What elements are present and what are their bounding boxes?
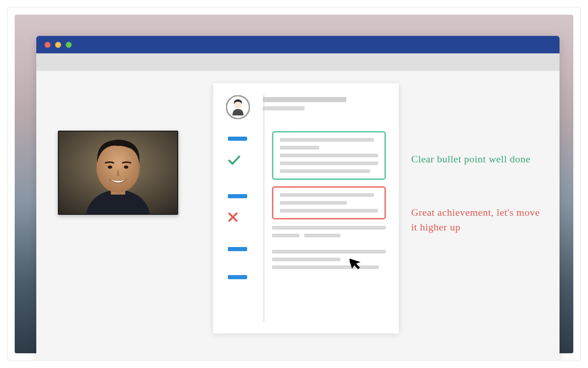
placeholder-line [280, 209, 378, 213]
placeholder-line [272, 265, 379, 269]
placeholder-line [280, 161, 378, 165]
close-window-button[interactable] [45, 42, 51, 48]
annotation-positive: Clear bullet point well done [411, 152, 531, 167]
placeholder-line [280, 201, 347, 205]
outer-frame: Clear bullet point well done Great achie… [7, 7, 581, 361]
browser-window: Clear bullet point well done Great achie… [36, 36, 560, 360]
resume-header [226, 95, 386, 119]
window-title-bar [36, 36, 560, 53]
svg-point-4 [124, 166, 129, 169]
placeholder-line [263, 106, 305, 110]
section-label [228, 137, 247, 141]
placeholder-line [272, 250, 386, 253]
annotation-suggestion: Great achievement, let's move it higher … [411, 205, 540, 235]
reviewer-video-thumbnail [58, 131, 178, 215]
minimize-window-button[interactable] [55, 42, 61, 48]
check-icon [228, 155, 255, 166]
resume-right-column [272, 131, 386, 277]
resume-paragraph [272, 226, 386, 242]
resume-document [213, 83, 399, 334]
resume-name-block [263, 95, 386, 119]
column-divider [264, 95, 264, 322]
placeholder-line [304, 234, 340, 237]
highlighted-positive-block [272, 131, 386, 180]
section-label [228, 275, 247, 279]
maximize-window-button[interactable] [66, 42, 72, 48]
placeholder-line [272, 226, 386, 230]
highlighted-suggestion-block [272, 186, 386, 219]
person-portrait [59, 132, 177, 214]
placeholder-line [272, 258, 340, 261]
section-label [228, 247, 247, 251]
cursor-icon [350, 255, 362, 271]
page-content: Clear bullet point well done Great achie… [36, 71, 560, 360]
svg-point-3 [108, 166, 113, 169]
resume-paragraph [272, 250, 386, 269]
placeholder-line [272, 234, 300, 237]
placeholder-line [263, 97, 346, 102]
resume-left-column [228, 131, 255, 279]
browser-tab-bar [36, 53, 560, 71]
placeholder-line [280, 146, 319, 150]
section-label [228, 194, 247, 198]
placeholder-line [280, 169, 370, 173]
placeholder-line [280, 138, 374, 142]
x-icon [228, 212, 255, 222]
placeholder-line [280, 154, 378, 157]
candidate-avatar-icon [226, 95, 250, 119]
placeholder-line [280, 193, 374, 197]
